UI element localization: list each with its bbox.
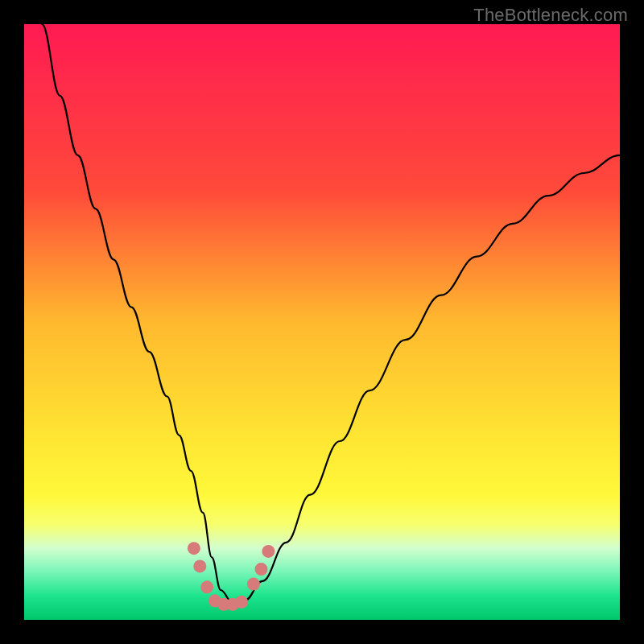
curve-marker	[200, 580, 213, 593]
bottleneck-chart	[24, 24, 620, 620]
gradient-background	[24, 24, 620, 620]
curve-marker	[262, 545, 275, 558]
curve-marker	[188, 542, 200, 555]
curve-marker	[247, 578, 260, 591]
curve-marker	[235, 596, 248, 609]
curve-marker	[193, 559, 206, 572]
chart-frame: TheBottleneck.com	[0, 0, 644, 644]
watermark-text: TheBottleneck.com	[473, 5, 628, 26]
curve-marker	[255, 563, 268, 576]
plot-area	[24, 24, 620, 620]
